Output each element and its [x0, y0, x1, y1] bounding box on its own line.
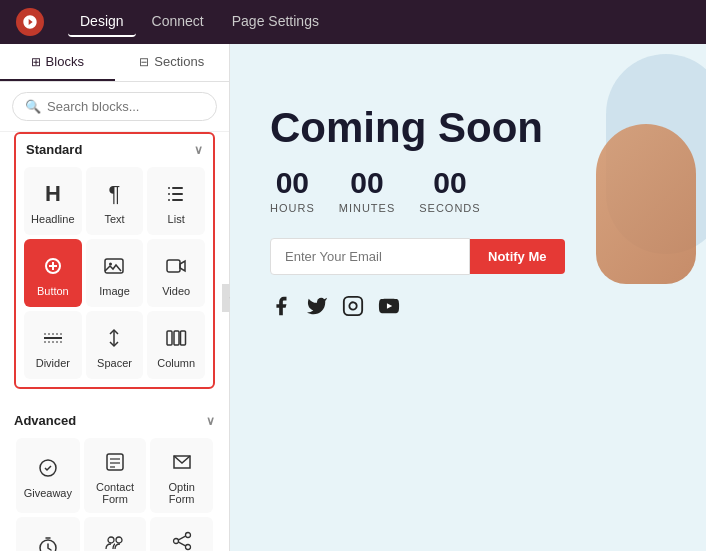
block-giveaway[interactable]: Giveaway: [16, 438, 80, 513]
deco-hand: [596, 124, 696, 284]
giveaway-icon: [34, 454, 62, 482]
block-image[interactable]: Image: [86, 239, 144, 307]
standard-chevron[interactable]: ∨: [194, 143, 203, 157]
svg-point-24: [108, 537, 114, 543]
search-input[interactable]: [47, 99, 204, 114]
headline-icon: H: [39, 180, 67, 208]
svg-point-8: [109, 262, 112, 265]
advanced-chevron[interactable]: ∨: [206, 414, 215, 428]
hours-number: 00: [276, 168, 309, 198]
svg-point-26: [185, 533, 190, 538]
countdown-hours: 00 HOURS: [270, 168, 315, 214]
blocks-tab-icon: ⊞: [31, 55, 41, 69]
column-label: Column: [157, 357, 195, 369]
video-label: Video: [162, 285, 190, 297]
block-spacer[interactable]: Spacer: [86, 311, 144, 379]
nav-tab-pagesettings[interactable]: Page Settings: [220, 7, 331, 37]
svg-rect-14: [167, 331, 172, 345]
block-column[interactable]: Column: [147, 311, 205, 379]
countdown-seconds: 00 SECONDS: [419, 168, 480, 214]
optin-form-icon: [168, 448, 196, 476]
block-text[interactable]: ¶ Text: [86, 167, 144, 235]
advanced-title: Advanced: [14, 413, 76, 428]
countdown-minutes: 00 MINUTES: [339, 168, 396, 214]
block-button[interactable]: Button: [24, 239, 82, 307]
divider-icon: [39, 324, 67, 352]
svg-rect-5: [168, 199, 170, 201]
minutes-number: 00: [350, 168, 383, 198]
countdown-icon: [34, 533, 62, 551]
list-label: List: [168, 213, 185, 225]
advanced-blocks-grid: Giveaway Contact Form Optin: [8, 434, 221, 551]
standard-title: Standard: [26, 142, 82, 157]
search-icon: 🔍: [25, 99, 41, 114]
nav-tabs: Design Connect Page Settings: [68, 7, 331, 37]
svg-rect-31: [344, 297, 362, 315]
facebook-icon[interactable]: [270, 295, 292, 322]
twitter-icon[interactable]: [306, 295, 328, 322]
video-icon: [162, 252, 190, 280]
block-optin-form[interactable]: Optin Form: [150, 438, 213, 513]
sections-tab-label: Sections: [154, 54, 204, 69]
button-label: Button: [37, 285, 69, 297]
sidebar: ⊞ Blocks ⊟ Sections 🔍 Stand: [0, 44, 230, 551]
sidebar-tabs: ⊞ Blocks ⊟ Sections: [0, 44, 229, 82]
instagram-icon[interactable]: [342, 295, 364, 322]
block-headline[interactable]: H Headline: [24, 167, 82, 235]
nav-tab-design[interactable]: Design: [68, 7, 136, 37]
social-sharing-icon: [168, 527, 196, 551]
youtube-icon[interactable]: [378, 295, 400, 322]
svg-rect-4: [172, 199, 183, 201]
block-social-profiles[interactable]: Social Profiles: [84, 517, 147, 551]
email-input[interactable]: [270, 238, 470, 275]
hours-label: HOURS: [270, 202, 315, 214]
button-icon: [39, 252, 67, 280]
seconds-number: 00: [433, 168, 466, 198]
advanced-section-header: Advanced ∨: [8, 405, 221, 434]
svg-rect-3: [168, 193, 170, 195]
canvas-area: Coming Soon 00 HOURS 00 MINUTES 00 SECON…: [230, 44, 706, 551]
text-label: Text: [104, 213, 124, 225]
standard-section: Standard ∨ H Headline ¶ Text: [14, 132, 215, 389]
minutes-label: MINUTES: [339, 202, 396, 214]
svg-point-28: [185, 545, 190, 550]
search-container: 🔍: [0, 82, 229, 132]
svg-rect-15: [174, 331, 179, 345]
divider-label: Divider: [36, 357, 70, 369]
search-input-wrap: 🔍: [12, 92, 217, 121]
standard-section-header: Standard ∨: [16, 134, 213, 163]
block-social-sharing[interactable]: Social Sharing: [150, 517, 213, 551]
block-list[interactable]: List: [147, 167, 205, 235]
blocks-tab-label: Blocks: [46, 54, 84, 69]
sections-tab-icon: ⊟: [139, 55, 149, 69]
optin-form-label: Optin Form: [154, 481, 209, 505]
advanced-section: Advanced ∨ Giveaway: [0, 405, 229, 551]
svg-rect-0: [172, 187, 183, 189]
tab-blocks[interactable]: ⊞ Blocks: [0, 44, 115, 81]
block-contact-form[interactable]: Contact Form: [84, 438, 147, 513]
sidebar-wrap: ⊞ Blocks ⊟ Sections 🔍 Stand: [0, 44, 230, 551]
svg-rect-16: [181, 331, 186, 345]
contact-form-icon: [101, 448, 129, 476]
headline-label: Headline: [31, 213, 74, 225]
svg-line-29: [178, 536, 185, 540]
spacer-label: Spacer: [97, 357, 132, 369]
top-nav: Design Connect Page Settings: [0, 0, 706, 44]
seconds-label: SECONDS: [419, 202, 480, 214]
block-countdown[interactable]: Countdown: [16, 517, 80, 551]
notify-button[interactable]: Notify Me: [470, 239, 565, 274]
image-icon: [100, 252, 128, 280]
block-divider[interactable]: Divider: [24, 311, 82, 379]
social-row: [270, 295, 666, 322]
svg-line-30: [178, 542, 185, 546]
spacer-icon: [100, 324, 128, 352]
list-icon: [162, 180, 190, 208]
block-video[interactable]: Video: [147, 239, 205, 307]
image-label: Image: [99, 285, 130, 297]
svg-point-25: [116, 537, 122, 543]
svg-rect-18: [107, 454, 123, 470]
tab-sections[interactable]: ⊟ Sections: [115, 44, 230, 81]
nav-tab-connect[interactable]: Connect: [140, 7, 216, 37]
social-profiles-icon: [101, 527, 129, 551]
text-icon: ¶: [100, 180, 128, 208]
